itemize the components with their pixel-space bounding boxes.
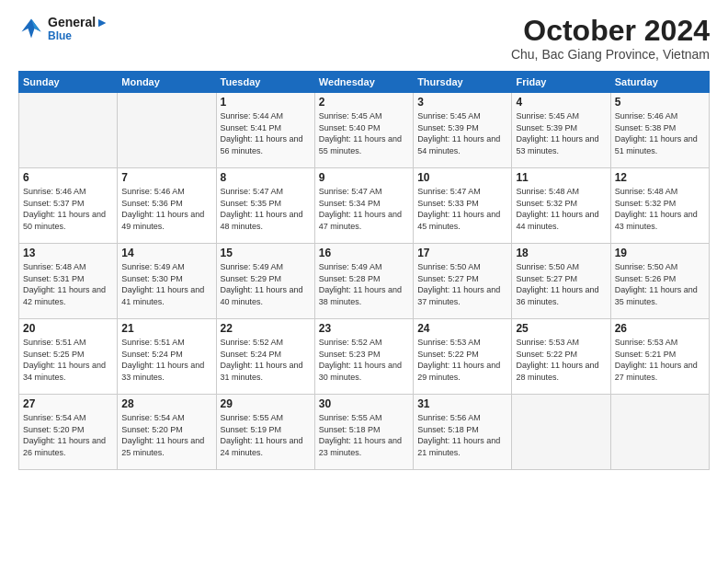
- cell-info: Sunrise: 5:47 AMSunset: 5:34 PMDaylight:…: [319, 186, 409, 232]
- cell-info: Sunrise: 5:50 AMSunset: 5:26 PMDaylight:…: [615, 261, 705, 307]
- cell-info: Sunrise: 5:49 AMSunset: 5:29 PMDaylight:…: [221, 261, 311, 307]
- calendar-cell: 5Sunrise: 5:46 AMSunset: 5:38 PMDaylight…: [610, 93, 709, 168]
- day-number: 14: [121, 247, 211, 259]
- cell-info: Sunrise: 5:55 AMSunset: 5:19 PMDaylight:…: [221, 412, 311, 458]
- calendar-cell: 12Sunrise: 5:48 AMSunset: 5:32 PMDayligh…: [610, 168, 709, 244]
- day-header-monday: Monday: [118, 72, 216, 93]
- calendar-cell: 4Sunrise: 5:45 AMSunset: 5:39 PMDaylight…: [512, 93, 610, 168]
- calendar-cell: 13Sunrise: 5:48 AMSunset: 5:31 PMDayligh…: [19, 244, 118, 319]
- calendar-cell: 27Sunrise: 5:54 AMSunset: 5:20 PMDayligh…: [19, 395, 118, 470]
- day-number: 16: [319, 247, 409, 259]
- calendar-cell: 30Sunrise: 5:55 AMSunset: 5:18 PMDayligh…: [314, 395, 413, 470]
- day-number: 6: [23, 171, 113, 184]
- day-number: 18: [516, 247, 606, 259]
- day-number: 11: [516, 171, 606, 184]
- cell-info: Sunrise: 5:55 AMSunset: 5:18 PMDaylight:…: [319, 412, 409, 458]
- calendar-cell: 8Sunrise: 5:47 AMSunset: 5:35 PMDaylight…: [216, 168, 314, 244]
- cell-info: Sunrise: 5:48 AMSunset: 5:32 PMDaylight:…: [516, 186, 606, 232]
- day-number: 24: [417, 322, 507, 335]
- calendar-cell: 21Sunrise: 5:51 AMSunset: 5:24 PMDayligh…: [118, 319, 216, 395]
- cell-info: Sunrise: 5:56 AMSunset: 5:18 PMDaylight:…: [417, 412, 507, 458]
- day-number: 15: [221, 247, 311, 259]
- calendar-cell: 20Sunrise: 5:51 AMSunset: 5:25 PMDayligh…: [19, 319, 118, 395]
- cell-info: Sunrise: 5:46 AMSunset: 5:38 PMDaylight:…: [615, 110, 705, 156]
- day-header-saturday: Saturday: [610, 72, 709, 93]
- day-number: 7: [121, 171, 211, 184]
- cell-info: Sunrise: 5:50 AMSunset: 5:27 PMDaylight:…: [516, 261, 606, 307]
- calendar-cell: 25Sunrise: 5:53 AMSunset: 5:22 PMDayligh…: [512, 319, 610, 395]
- cell-info: Sunrise: 5:54 AMSunset: 5:20 PMDaylight:…: [23, 412, 113, 458]
- month-title: October 2024: [511, 15, 710, 47]
- calendar-week-5: 27Sunrise: 5:54 AMSunset: 5:20 PMDayligh…: [19, 395, 710, 470]
- calendar-cell: 2Sunrise: 5:45 AMSunset: 5:40 PMDaylight…: [314, 93, 413, 168]
- cell-info: Sunrise: 5:50 AMSunset: 5:27 PMDaylight:…: [417, 261, 507, 307]
- cell-info: Sunrise: 5:51 AMSunset: 5:25 PMDaylight:…: [23, 337, 113, 383]
- cell-info: Sunrise: 5:48 AMSunset: 5:32 PMDaylight:…: [615, 186, 705, 232]
- calendar-cell: 16Sunrise: 5:49 AMSunset: 5:28 PMDayligh…: [314, 244, 413, 319]
- day-number: 12: [615, 171, 705, 184]
- calendar-cell: 9Sunrise: 5:47 AMSunset: 5:34 PMDaylight…: [314, 168, 413, 244]
- calendar-cell: [512, 395, 610, 470]
- calendar-cell: 26Sunrise: 5:53 AMSunset: 5:21 PMDayligh…: [610, 319, 709, 395]
- calendar-cell: 18Sunrise: 5:50 AMSunset: 5:27 PMDayligh…: [512, 244, 610, 319]
- calendar-week-3: 13Sunrise: 5:48 AMSunset: 5:31 PMDayligh…: [19, 244, 710, 319]
- day-number: 25: [516, 322, 606, 335]
- day-number: 10: [417, 171, 507, 184]
- cell-info: Sunrise: 5:46 AMSunset: 5:36 PMDaylight:…: [121, 186, 211, 232]
- logo-text: General► Blue: [48, 15, 108, 42]
- day-number: 17: [417, 247, 507, 259]
- calendar-week-1: 1Sunrise: 5:44 AMSunset: 5:41 PMDaylight…: [19, 93, 710, 168]
- day-number: 3: [417, 96, 507, 109]
- day-number: 13: [23, 247, 113, 259]
- cell-info: Sunrise: 5:51 AMSunset: 5:24 PMDaylight:…: [121, 337, 211, 383]
- calendar-cell: 1Sunrise: 5:44 AMSunset: 5:41 PMDaylight…: [216, 93, 314, 168]
- cell-info: Sunrise: 5:46 AMSunset: 5:37 PMDaylight:…: [23, 186, 113, 232]
- day-number: 19: [615, 247, 705, 259]
- day-number: 4: [516, 96, 606, 109]
- day-number: 9: [319, 171, 409, 184]
- day-number: 30: [319, 397, 409, 410]
- cell-info: Sunrise: 5:47 AMSunset: 5:33 PMDaylight:…: [417, 186, 507, 232]
- day-number: 29: [221, 397, 311, 410]
- day-number: 22: [221, 322, 311, 335]
- calendar-cell: 19Sunrise: 5:50 AMSunset: 5:26 PMDayligh…: [610, 244, 709, 319]
- calendar-cell: [610, 395, 709, 470]
- cell-info: Sunrise: 5:45 AMSunset: 5:39 PMDaylight:…: [516, 110, 606, 156]
- calendar-table: SundayMondayTuesdayWednesdayThursdayFrid…: [18, 71, 710, 470]
- day-header-thursday: Thursday: [414, 72, 512, 93]
- calendar-header-row: SundayMondayTuesdayWednesdayThursdayFrid…: [19, 72, 710, 93]
- day-number: 31: [417, 397, 507, 410]
- day-number: 8: [221, 171, 311, 184]
- day-number: 28: [121, 397, 211, 410]
- calendar-cell: 22Sunrise: 5:52 AMSunset: 5:24 PMDayligh…: [216, 319, 314, 395]
- calendar-cell: 10Sunrise: 5:47 AMSunset: 5:33 PMDayligh…: [414, 168, 512, 244]
- page: General► Blue October 2024 Chu, Bac Gian…: [0, 0, 728, 563]
- calendar-week-2: 6Sunrise: 5:46 AMSunset: 5:37 PMDaylight…: [19, 168, 710, 244]
- cell-info: Sunrise: 5:49 AMSunset: 5:30 PMDaylight:…: [121, 261, 211, 307]
- calendar-cell: 15Sunrise: 5:49 AMSunset: 5:29 PMDayligh…: [216, 244, 314, 319]
- calendar-week-4: 20Sunrise: 5:51 AMSunset: 5:25 PMDayligh…: [19, 319, 710, 395]
- calendar-cell: 3Sunrise: 5:45 AMSunset: 5:39 PMDaylight…: [414, 93, 512, 168]
- cell-info: Sunrise: 5:45 AMSunset: 5:39 PMDaylight:…: [417, 110, 507, 156]
- header: General► Blue October 2024 Chu, Bac Gian…: [18, 15, 710, 62]
- calendar-cell: 6Sunrise: 5:46 AMSunset: 5:37 PMDaylight…: [19, 168, 118, 244]
- cell-info: Sunrise: 5:44 AMSunset: 5:41 PMDaylight:…: [221, 110, 311, 156]
- day-number: 20: [23, 322, 113, 335]
- day-number: 26: [615, 322, 705, 335]
- day-header-friday: Friday: [512, 72, 610, 93]
- calendar-cell: [118, 93, 216, 168]
- calendar-cell: 29Sunrise: 5:55 AMSunset: 5:19 PMDayligh…: [216, 395, 314, 470]
- calendar-cell: 24Sunrise: 5:53 AMSunset: 5:22 PMDayligh…: [414, 319, 512, 395]
- cell-info: Sunrise: 5:48 AMSunset: 5:31 PMDaylight:…: [23, 261, 113, 307]
- calendar-cell: [19, 93, 118, 168]
- day-number: 2: [319, 96, 409, 109]
- cell-info: Sunrise: 5:53 AMSunset: 5:22 PMDaylight:…: [417, 337, 507, 383]
- calendar-cell: 7Sunrise: 5:46 AMSunset: 5:36 PMDaylight…: [118, 168, 216, 244]
- day-header-sunday: Sunday: [19, 72, 118, 93]
- day-number: 23: [319, 322, 409, 335]
- day-number: 1: [221, 96, 311, 109]
- calendar-cell: 28Sunrise: 5:54 AMSunset: 5:20 PMDayligh…: [118, 395, 216, 470]
- cell-info: Sunrise: 5:47 AMSunset: 5:35 PMDaylight:…: [221, 186, 311, 232]
- logo: General► Blue: [18, 15, 108, 42]
- cell-info: Sunrise: 5:53 AMSunset: 5:21 PMDaylight:…: [615, 337, 705, 383]
